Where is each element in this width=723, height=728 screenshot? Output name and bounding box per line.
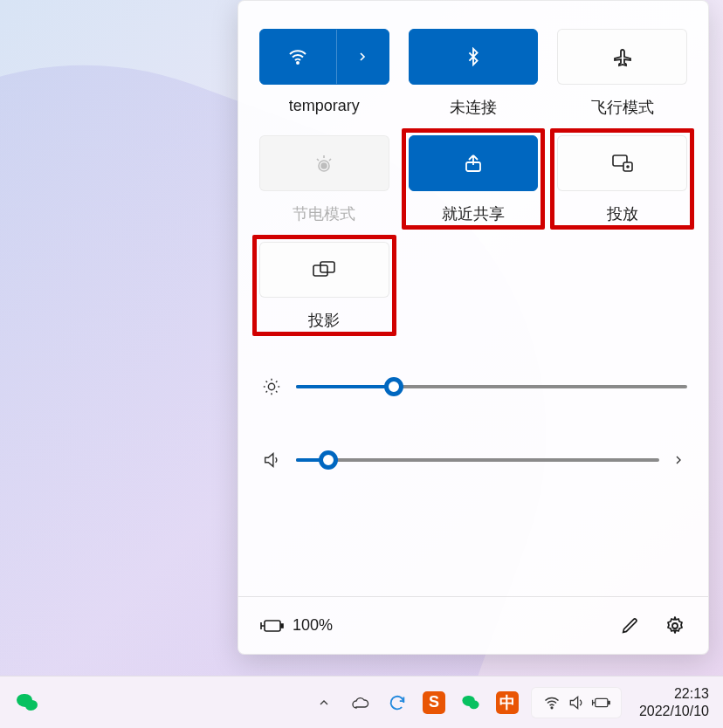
sliders-section bbox=[259, 374, 687, 596]
battery-saver-icon bbox=[312, 154, 336, 173]
wifi-icon bbox=[287, 46, 308, 67]
tile-cast-wrap: 投放 bbox=[557, 135, 687, 224]
clock-time: 22:13 bbox=[639, 685, 709, 703]
tray-sogou-2[interactable]: 中 bbox=[494, 690, 520, 716]
tray-sync[interactable] bbox=[384, 690, 410, 716]
share-icon bbox=[463, 153, 484, 174]
tray-volume-icon bbox=[567, 693, 586, 712]
tray-battery-icon bbox=[591, 693, 610, 712]
tile-bluetooth-wrap: 未连接 bbox=[409, 29, 539, 118]
tile-battery-saver-wrap: 节电模式 bbox=[259, 135, 389, 224]
quick-settings-tiles: temporary 未连接 飞行模式 节电模式 就近共享 bbox=[259, 22, 687, 348]
settings-button[interactable] bbox=[663, 614, 687, 638]
sogou-ime-icon: 中 bbox=[496, 691, 519, 714]
svg-rect-13 bbox=[596, 698, 608, 706]
svg-point-0 bbox=[297, 62, 299, 64]
tile-project-label: 投影 bbox=[308, 310, 340, 331]
svg-rect-9 bbox=[265, 621, 280, 631]
battery-percent-text: 100% bbox=[293, 616, 333, 635]
tile-wifi-label: temporary bbox=[289, 97, 360, 115]
bluetooth-icon bbox=[464, 47, 483, 66]
volume-thumb[interactable] bbox=[319, 450, 338, 470]
tray-wechat-small[interactable] bbox=[458, 690, 484, 716]
tile-nearby-share-wrap: 就近共享 bbox=[409, 135, 539, 224]
taskbar-clock[interactable]: 22:13 2022/10/10 bbox=[636, 682, 713, 724]
tile-battery-saver bbox=[259, 135, 389, 191]
brightness-fill bbox=[296, 385, 394, 388]
brightness-thumb[interactable] bbox=[384, 377, 403, 396]
tile-wifi-wrap: temporary bbox=[259, 29, 389, 118]
svg-rect-10 bbox=[281, 624, 283, 628]
tile-cast-label: 投放 bbox=[607, 203, 638, 224]
wechat-small-icon bbox=[461, 694, 480, 711]
brightness-icon bbox=[259, 374, 284, 399]
sync-icon bbox=[388, 693, 407, 712]
battery-charging-icon[interactable] bbox=[259, 617, 284, 635]
brightness-slider[interactable] bbox=[296, 385, 687, 388]
volume-icon bbox=[259, 448, 284, 472]
svg-point-11 bbox=[672, 623, 678, 628]
tile-airplane-label: 飞行模式 bbox=[591, 97, 654, 118]
tray-onedrive[interactable] bbox=[348, 690, 374, 716]
clock-date: 2022/10/10 bbox=[639, 703, 709, 720]
tile-airplane[interactable] bbox=[557, 29, 687, 85]
cast-icon bbox=[611, 154, 634, 173]
brightness-row bbox=[259, 374, 687, 399]
taskbar: S 中 22:13 2022/10/10 bbox=[0, 676, 723, 728]
wechat-icon bbox=[15, 692, 39, 713]
project-icon bbox=[312, 260, 336, 279]
svg-rect-14 bbox=[609, 701, 610, 704]
cloud-icon bbox=[351, 696, 370, 710]
svg-point-8 bbox=[268, 383, 274, 389]
quick-settings-panel: temporary 未连接 飞行模式 节电模式 就近共享 bbox=[238, 0, 709, 655]
tile-airplane-wrap: 飞行模式 bbox=[557, 29, 687, 118]
volume-row bbox=[259, 448, 687, 472]
volume-expand-button[interactable] bbox=[671, 453, 687, 467]
sogou-icon: S bbox=[423, 691, 445, 714]
tile-wifi-expand[interactable] bbox=[337, 30, 389, 84]
panel-footer: 100% bbox=[238, 596, 708, 654]
tile-bluetooth[interactable] bbox=[409, 29, 539, 85]
airplane-icon bbox=[612, 46, 633, 67]
volume-slider[interactable] bbox=[296, 458, 659, 462]
tile-battery-saver-label: 节电模式 bbox=[293, 203, 355, 224]
tile-nearby-share-label: 就近共享 bbox=[442, 203, 505, 224]
tile-wifi[interactable] bbox=[259, 29, 389, 85]
svg-point-12 bbox=[551, 707, 553, 709]
tray-wifi-icon bbox=[542, 693, 561, 712]
taskbar-wechat[interactable] bbox=[14, 690, 40, 716]
pencil-icon bbox=[620, 616, 639, 635]
edit-button[interactable] bbox=[617, 614, 642, 638]
chevron-up-icon bbox=[317, 696, 331, 710]
tile-bluetooth-label: 未连接 bbox=[450, 97, 497, 118]
tile-project[interactable] bbox=[259, 242, 389, 298]
tray-quick-settings[interactable] bbox=[531, 687, 622, 718]
tile-wifi-toggle[interactable] bbox=[260, 30, 337, 84]
svg-point-5 bbox=[627, 166, 629, 168]
chevron-right-icon bbox=[355, 50, 369, 64]
tile-nearby-share[interactable] bbox=[409, 135, 539, 191]
tray-overflow-button[interactable] bbox=[311, 690, 337, 716]
tile-project-wrap: 投影 bbox=[259, 242, 389, 331]
gear-icon bbox=[664, 615, 685, 636]
svg-point-1 bbox=[321, 163, 327, 168]
tile-cast[interactable] bbox=[557, 135, 687, 191]
tray-sogou-1[interactable]: S bbox=[421, 690, 447, 716]
